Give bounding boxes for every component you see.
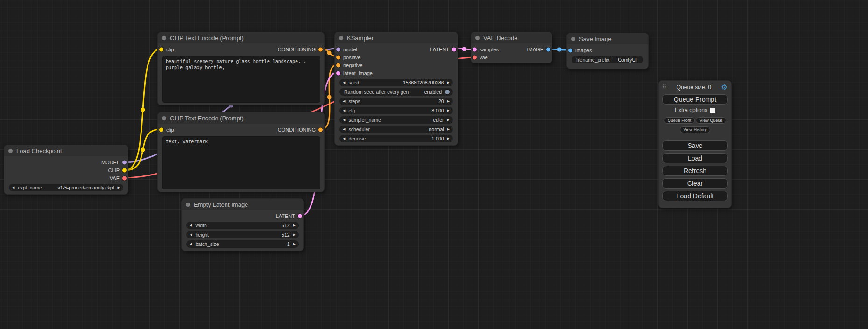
view-history-button[interactable]: View History <box>680 126 711 133</box>
widget-value: normal <box>429 126 444 132</box>
cfg-widget[interactable]: ◀ cfg 8.000 ▶ <box>339 107 453 114</box>
clip-input-port[interactable] <box>159 47 163 51</box>
decrease-arrow-icon[interactable]: ◀ <box>12 184 14 191</box>
decrease-arrow-icon[interactable]: ◀ <box>343 135 345 142</box>
queue-front-button[interactable]: Queue Front <box>664 117 695 124</box>
extra-options-checkbox[interactable] <box>710 108 715 113</box>
latent-output-port[interactable] <box>298 214 302 218</box>
increase-arrow-icon[interactable]: ▶ <box>118 184 120 191</box>
denoise-widget[interactable]: ◀ denoise 1.000 ▶ <box>339 135 453 142</box>
node-vae-decode[interactable]: VAE Decode samples IMAGE vae <box>471 32 552 63</box>
node-empty-latent-image[interactable]: Empty Latent Image LATENT ◀ width 512 ▶ … <box>181 198 304 251</box>
load-button[interactable]: Load <box>662 153 728 163</box>
node-titlebar[interactable]: Load Checkpoint <box>4 145 128 156</box>
node-title: KSampler <box>347 35 374 42</box>
link-midpoint-dot <box>557 48 562 52</box>
vae-input-label: vae <box>480 55 488 60</box>
decrease-arrow-icon[interactable]: ◀ <box>190 240 192 248</box>
conditioning-output-label: CONDITIONING <box>278 127 316 133</box>
increase-arrow-icon[interactable]: ▶ <box>447 135 450 142</box>
widget-name: filename_prefix <box>576 57 609 63</box>
widget-name: scheduler <box>348 126 370 132</box>
scheduler-widget[interactable]: ◀ scheduler normal ▶ <box>339 126 453 133</box>
clear-button[interactable]: Clear <box>662 178 728 189</box>
widget-value: 20 <box>438 98 444 104</box>
increase-arrow-icon[interactable]: ▶ <box>293 240 296 248</box>
increase-arrow-icon[interactable]: ▶ <box>447 126 450 133</box>
negative-prompt-textarea[interactable]: text, watermark <box>162 136 320 189</box>
decrease-arrow-icon[interactable]: ◀ <box>343 98 345 105</box>
settings-gear-icon[interactable]: ⚙ <box>721 84 727 91</box>
link-midpoint-dot <box>462 47 466 51</box>
model-output-port[interactable] <box>122 160 127 164</box>
decrease-arrow-icon[interactable]: ◀ <box>343 116 345 124</box>
node-title: CLIP Text Encode (Prompt) <box>170 115 244 122</box>
steps-widget[interactable]: ◀ steps 20 ▶ <box>339 98 453 105</box>
decrease-arrow-icon[interactable]: ◀ <box>343 79 345 86</box>
batch-size-widget[interactable]: ◀ batch_size 1 ▶ <box>186 240 299 248</box>
conditioning-output-port[interactable] <box>318 127 323 132</box>
ckpt-name-widget[interactable]: ◀ ckpt_name v1-5-pruned-emaonly.ckpt ▶ <box>9 184 123 191</box>
latent-image-input-label: latent_image <box>343 70 373 76</box>
widget-value: 1.000 <box>431 136 444 141</box>
view-queue-button[interactable]: View Queue <box>696 117 726 124</box>
vae-output-port[interactable] <box>122 176 127 180</box>
clip-output-port[interactable] <box>122 168 127 172</box>
increase-arrow-icon[interactable]: ▶ <box>293 222 296 229</box>
sampler-name-widget[interactable]: ◀ sampler_name euler ▶ <box>339 116 453 124</box>
node-titlebar[interactable]: CLIP Text Encode (Prompt) <box>158 112 324 124</box>
decrease-arrow-icon[interactable]: ◀ <box>343 107 345 114</box>
link-midpoint-dot <box>327 95 332 99</box>
node-titlebar[interactable]: Empty Latent Image <box>182 199 303 210</box>
vae-input-port[interactable] <box>473 55 477 59</box>
node-clip-text-encode-positive[interactable]: CLIP Text Encode (Prompt) clip CONDITION… <box>157 32 325 105</box>
node-load-checkpoint[interactable]: Load Checkpoint MODEL CLIP VAE ◀ ckpt_na… <box>4 145 128 195</box>
increase-arrow-icon[interactable]: ▶ <box>447 79 450 86</box>
decrease-arrow-icon[interactable]: ◀ <box>190 231 192 238</box>
seed-widget[interactable]: ◀ seed 156680208700286 ▶ <box>339 79 453 86</box>
decrease-arrow-icon[interactable]: ◀ <box>190 222 192 229</box>
images-input-port[interactable] <box>568 48 572 52</box>
node-titlebar[interactable]: KSampler <box>335 32 458 43</box>
widget-value: 1 <box>287 241 290 247</box>
latent-image-input-port[interactable] <box>336 71 340 75</box>
widget-value: euler <box>433 117 444 123</box>
queue-prompt-button[interactable]: Queue Prompt <box>662 94 728 105</box>
model-input-port[interactable] <box>336 47 340 51</box>
refresh-button[interactable]: Refresh <box>662 166 728 176</box>
toggle-indicator-icon[interactable] <box>445 90 450 94</box>
negative-input-label: negative <box>343 63 363 68</box>
image-output-port[interactable] <box>546 47 550 51</box>
node-titlebar[interactable]: VAE Decode <box>471 32 552 43</box>
link-midpoint-dot <box>141 148 145 152</box>
increase-arrow-icon[interactable]: ▶ <box>447 116 450 124</box>
load-default-button[interactable]: Load Default <box>662 191 728 201</box>
increase-arrow-icon[interactable]: ▶ <box>447 107 450 114</box>
widget-value: 512 <box>282 232 290 238</box>
node-ksampler[interactable]: KSampler model LATENT positive negative … <box>334 32 458 146</box>
widget-name: cfg <box>348 108 355 113</box>
filename-prefix-widget[interactable]: filename_prefix ComfyUI <box>572 56 643 63</box>
node-status-dot-icon <box>571 37 575 41</box>
menu-drag-handle-icon[interactable]: ⠿ <box>663 84 666 90</box>
latent-output-port[interactable] <box>452 47 456 51</box>
clip-input-port[interactable] <box>159 127 163 132</box>
node-clip-text-encode-negative[interactable]: CLIP Text Encode (Prompt) clip CONDITION… <box>157 112 325 192</box>
increase-arrow-icon[interactable]: ▶ <box>447 98 450 105</box>
decrease-arrow-icon[interactable]: ◀ <box>343 126 345 133</box>
samples-input-port[interactable] <box>473 47 477 51</box>
positive-prompt-textarea[interactable]: beautiful scenery nature glass bottle la… <box>162 56 320 103</box>
increase-arrow-icon[interactable]: ▶ <box>293 231 296 238</box>
width-widget[interactable]: ◀ width 512 ▶ <box>186 222 299 229</box>
random-seed-toggle-widget[interactable]: Random seed after every gen enabled <box>339 88 453 96</box>
node-titlebar[interactable]: Save Image <box>567 33 648 44</box>
save-button[interactable]: Save <box>662 140 728 151</box>
node-titlebar[interactable]: CLIP Text Encode (Prompt) <box>158 32 324 43</box>
comfy-menu[interactable]: ⠿ Queue size: 0 ⚙ Queue Prompt Extra opt… <box>658 80 732 208</box>
clip-input-label: clip <box>166 47 174 52</box>
height-widget[interactable]: ◀ height 512 ▶ <box>186 231 299 238</box>
positive-input-port[interactable] <box>336 55 340 59</box>
negative-input-port[interactable] <box>336 63 340 67</box>
node-save-image[interactable]: Save Image images filename_prefix ComfyU… <box>566 33 649 69</box>
conditioning-output-port[interactable] <box>318 47 323 51</box>
